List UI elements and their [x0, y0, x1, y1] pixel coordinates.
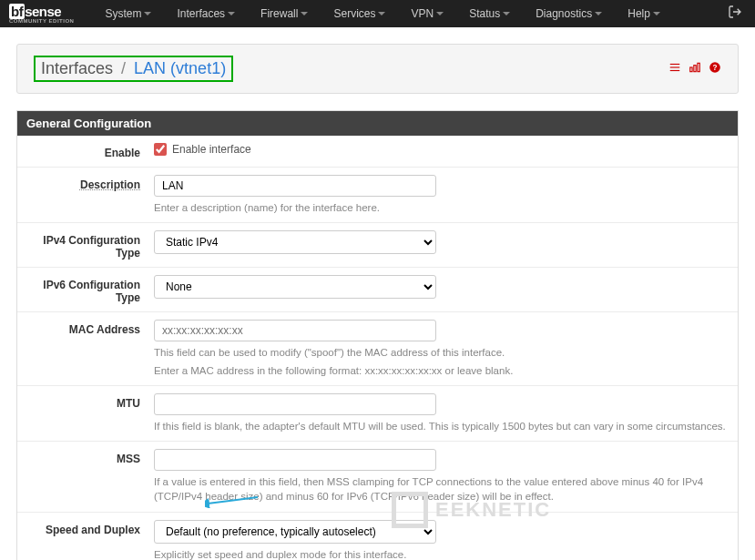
svg-rect-4: [694, 66, 696, 72]
chevron-down-icon: [378, 12, 385, 15]
nav-vpn[interactable]: VPN: [398, 2, 456, 25]
input-description[interactable]: [154, 175, 436, 197]
row-ipv6type: IPv6 Configuration Type None: [17, 268, 738, 312]
help-mac2: Enter a MAC address in the following for…: [154, 363, 729, 378]
nav-services[interactable]: Services: [321, 2, 398, 25]
checkbox-enable-label: Enable interface: [172, 143, 251, 156]
nav-interfaces[interactable]: Interfaces: [164, 2, 248, 25]
chevron-down-icon: [653, 12, 660, 15]
label-enable: Enable: [26, 143, 154, 159]
label-mss: MSS: [26, 449, 154, 465]
nav-help[interactable]: Help: [615, 2, 673, 25]
brand-logo[interactable]: bfsense COMMUNITY EDITION: [9, 5, 74, 24]
breadcrumb: Interfaces / LAN (vtnet1): [34, 56, 233, 82]
logout-icon[interactable]: [724, 1, 746, 26]
label-mtu: MTU: [26, 393, 154, 410]
label-ipv6type: IPv6 Configuration Type: [26, 275, 154, 304]
chevron-down-icon: [503, 12, 510, 15]
help-description: Enter a description (name) for the inter…: [154, 200, 729, 215]
row-mac: MAC Address This field can be used to mo…: [17, 312, 738, 386]
row-mtu: MTU If this field is blank, the adapter'…: [17, 386, 738, 442]
input-mac[interactable]: [154, 320, 436, 341]
row-description: Description Enter a description (name) f…: [17, 168, 738, 223]
row-speed: Speed and Duplex Default (no preference,…: [17, 513, 738, 560]
chevron-down-icon: [595, 12, 602, 15]
nav-firewall[interactable]: Firewall: [248, 2, 321, 25]
nav-menu: System Interfaces Firewall Services VPN …: [92, 2, 724, 25]
nav-status[interactable]: Status: [456, 2, 523, 25]
checkbox-enable[interactable]: [154, 143, 167, 156]
input-mss[interactable]: [154, 449, 436, 471]
chevron-down-icon: [144, 12, 151, 15]
help-speed1: Explicitly set speed and duplex mode for…: [154, 547, 729, 560]
svg-rect-3: [690, 67, 692, 72]
help-mss: If a value is entered in this field, the…: [154, 474, 729, 504]
select-ipv4type[interactable]: Static IPv4: [154, 230, 436, 254]
chevron-down-icon: [228, 12, 235, 15]
help-icon[interactable]: ?: [709, 61, 721, 76]
label-ipv4type: IPv4 Configuration Type: [26, 230, 154, 260]
nav-system[interactable]: System: [92, 2, 164, 25]
page-header: Interfaces / LAN (vtnet1) ?: [16, 44, 739, 94]
help-mtu: If this field is blank, the adapter's de…: [154, 419, 729, 433]
nav-diagnostics[interactable]: Diagnostics: [523, 2, 615, 25]
status-icon[interactable]: [689, 61, 701, 76]
panel-heading-general: General Configuration: [17, 111, 738, 136]
breadcrumb-current: LAN (vtnet1): [134, 59, 226, 77]
navbar: bfsense COMMUNITY EDITION System Interfa…: [0, 0, 755, 27]
breadcrumb-root[interactable]: Interfaces: [41, 59, 113, 77]
row-mss: MSS If a value is entered in this field,…: [17, 442, 738, 512]
svg-text:?: ?: [713, 64, 718, 72]
chevron-down-icon: [301, 12, 308, 15]
label-mac: MAC Address: [26, 320, 154, 336]
panel-general: General Configuration Enable Enable inte…: [16, 110, 739, 560]
help-mac1: This field can be used to modify ("spoof…: [154, 345, 729, 360]
chevron-down-icon: [436, 12, 444, 15]
row-ipv4type: IPv4 Configuration Type Static IPv4: [17, 223, 738, 268]
label-speed: Speed and Duplex: [26, 520, 154, 536]
svg-rect-5: [698, 63, 699, 71]
select-speed[interactable]: Default (no preference, typically autose…: [154, 520, 436, 544]
row-enable: Enable Enable interface: [17, 136, 738, 168]
shortcut-icon[interactable]: [668, 61, 681, 76]
label-description: Description: [26, 175, 154, 191]
input-mtu[interactable]: [154, 393, 436, 415]
select-ipv6type[interactable]: None: [154, 275, 436, 299]
header-actions: ?: [668, 61, 721, 76]
